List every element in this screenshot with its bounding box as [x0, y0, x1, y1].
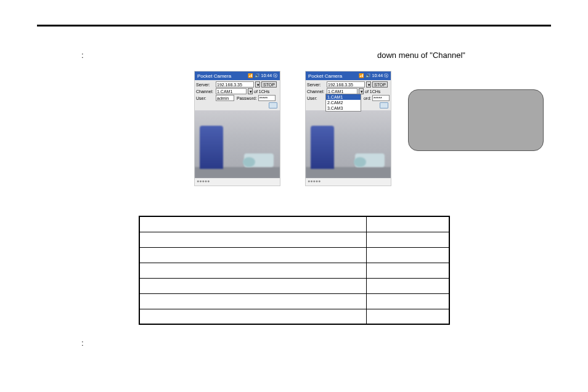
table-cell: [366, 309, 449, 324]
table-row: [139, 293, 449, 309]
note-callout-box: [408, 89, 544, 151]
pda-form: Server: 192.168.3.35 ▾ STOP Channel: 1.C…: [195, 80, 280, 110]
table-cell: [366, 278, 449, 293]
table-row: [139, 263, 449, 278]
keyboard-icon[interactable]: [269, 102, 277, 108]
server-dropdown-icon[interactable]: ▾: [255, 81, 260, 88]
pda-video-preview: [306, 110, 391, 178]
password-label: Password:: [237, 96, 257, 100]
horizontal-rule: [37, 25, 551, 27]
user-label: User:: [196, 96, 214, 100]
table-row: [139, 247, 449, 263]
table-cell: [139, 263, 366, 278]
channel-dropdown-icon[interactable]: ▾: [248, 88, 253, 94]
table-cell: [139, 216, 366, 232]
spec-table: [139, 216, 450, 325]
table-cell: [366, 216, 449, 232]
pda-titlebar: Pocket Camera 📶 🔊 10:44 ⓧ: [306, 71, 391, 80]
table-cell: [139, 247, 366, 263]
channel-input[interactable]: 1.CAM1: [216, 88, 247, 94]
user-label: User:: [307, 96, 324, 100]
table-cell: [139, 232, 366, 247]
pda-form: Server: 192.168.3.35 ▾ STOP Channel: 1.C…: [306, 80, 391, 110]
screenshots-row: Pocket Camera 📶 🔊 10:44 ⓧ Server: 192.16…: [194, 71, 391, 186]
pda-video-preview: [195, 110, 280, 178]
pda-screenshot-open: Pocket Camera 📶 🔊 10:44 ⓧ Server: 192.16…: [305, 71, 391, 186]
user-input[interactable]: admin: [216, 95, 234, 101]
table-row: [139, 232, 449, 247]
stop-button[interactable]: STOP: [261, 81, 277, 88]
dropdown-option[interactable]: 2.CAM2: [326, 100, 361, 105]
table-cell: [366, 293, 449, 309]
table-cell: [139, 309, 366, 324]
keyboard-icon[interactable]: [380, 102, 388, 108]
pda-status-icons: 📶 🔊 10:44 ⓧ: [359, 73, 388, 79]
channel-label: Channel:: [196, 89, 214, 94]
channel-suffix: of 1CHs: [254, 89, 269, 94]
table-cell: [366, 247, 449, 263]
password-input[interactable]: *****: [258, 95, 276, 101]
server-dropdown-icon[interactable]: ▾: [366, 81, 371, 88]
line1-text: down menu of "Channel": [377, 51, 465, 60]
table-row: [139, 309, 449, 324]
pda-status-icons: 📶 🔊 10:44 ⓧ: [248, 73, 277, 79]
channel-label: Channel:: [307, 89, 325, 94]
table-cell: [366, 232, 449, 247]
table-cell: [366, 263, 449, 278]
server-label: Server:: [196, 83, 214, 87]
leading-colon-2: :: [81, 338, 84, 348]
dropdown-option[interactable]: 1.CAM1: [326, 94, 361, 100]
pda-titlebar: Pocket Camera 📶 🔊 10:44 ⓧ: [195, 71, 280, 80]
ord-label: ord:: [364, 96, 371, 100]
table-cell: [139, 278, 366, 293]
pda-bottom-bar: ●●●●●: [306, 178, 391, 186]
server-input[interactable]: 192.168.3.35: [216, 81, 254, 88]
password-input[interactable]: *****: [372, 95, 390, 101]
stop-button[interactable]: STOP: [372, 81, 388, 88]
table-cell: [139, 293, 366, 309]
server-label: Server:: [307, 83, 325, 87]
pda-title-text: Pocket Camera: [308, 73, 342, 79]
pda-screenshot-closed: Pocket Camera 📶 🔊 10:44 ⓧ Server: 192.16…: [194, 71, 280, 186]
channel-dropdown-list[interactable]: 1.CAM1 2.CAM2 3.CAM3: [325, 94, 361, 112]
pda-title-text: Pocket Camera: [197, 73, 231, 79]
dropdown-option[interactable]: 3.CAM3: [326, 105, 361, 111]
server-input[interactable]: 192.168.3.35: [327, 81, 365, 88]
table-row: [139, 278, 449, 293]
channel-suffix: of 1CHs: [365, 89, 380, 94]
table-row: [139, 216, 449, 232]
leading-colon-1: :: [81, 51, 84, 60]
pda-bottom-bar: ●●●●●: [195, 178, 280, 186]
